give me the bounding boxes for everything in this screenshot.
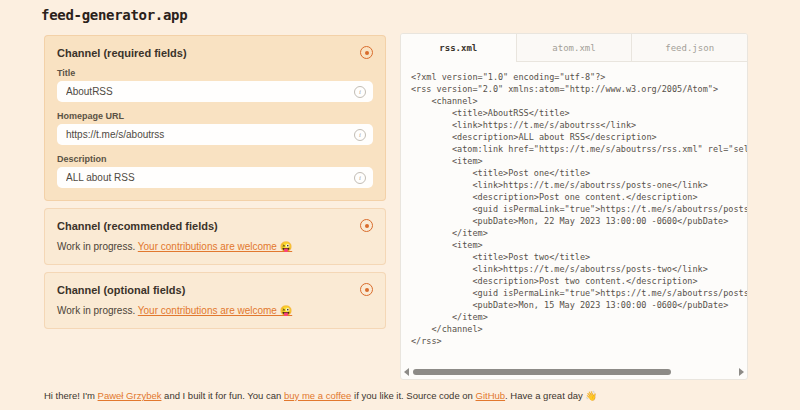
info-icon[interactable]: i	[354, 86, 366, 98]
output-tabs: rss.xml atom.xml feed.json	[401, 34, 747, 62]
footer-text: . Have a great day 👋	[505, 390, 597, 401]
info-icon[interactable]: i	[354, 129, 366, 141]
description-label: Description	[57, 154, 373, 164]
accordion-recommended: Channel (recommended fields) Work in pro…	[44, 208, 386, 265]
accordion-optional-heading: Channel (optional fields)	[57, 284, 185, 296]
scrollbar-thumb[interactable]	[413, 369, 671, 375]
work-in-progress-text: Work in progress. Your contributions are…	[57, 241, 373, 252]
feed-output-panel: rss.xml atom.xml feed.json <?xml version…	[400, 33, 748, 380]
github-link[interactable]: GitHub	[476, 390, 506, 401]
scroll-right-arrow-icon[interactable]	[739, 368, 744, 376]
accordion-toggle-icon[interactable]	[360, 283, 373, 296]
info-icon[interactable]: i	[354, 172, 366, 184]
accordion-required: Channel (required fields) Title i Homepa…	[44, 35, 386, 201]
code-viewer[interactable]: <?xml version="1.0" encoding="utf-8"?> <…	[401, 62, 747, 366]
tab-atom-xml[interactable]: atom.xml	[517, 34, 632, 62]
form-column: Channel (required fields) Title i Homepa…	[44, 35, 386, 336]
wip-text: Work in progress.	[57, 241, 138, 252]
rss-xml-code: <?xml version="1.0" encoding="utf-8"?> <…	[411, 71, 743, 347]
homepage-url-label: Homepage URL	[57, 111, 373, 121]
scrollbar-track[interactable]	[413, 369, 735, 375]
accordion-toggle-icon[interactable]	[360, 219, 373, 232]
accordion-toggle-icon[interactable]	[360, 46, 373, 59]
accordion-optional: Channel (optional fields) Work in progre…	[44, 272, 386, 329]
horizontal-scrollbar[interactable]	[401, 366, 747, 379]
footer-text: and I built it for fun. You can	[161, 390, 284, 401]
footer: Hi there! I'm Paweł Grzybek and I built …	[44, 390, 784, 401]
contributions-link[interactable]: Your contributions are welcome 😜	[138, 241, 292, 252]
wip-text: Work in progress.	[57, 305, 138, 316]
title-input[interactable]	[57, 81, 373, 102]
accordion-recommended-heading: Channel (recommended fields)	[57, 220, 218, 232]
accordion-required-header[interactable]: Channel (required fields)	[57, 46, 373, 59]
accordion-recommended-header[interactable]: Channel (recommended fields)	[57, 219, 373, 232]
tab-feed-json[interactable]: feed.json	[631, 34, 747, 62]
page-title: feed-generator.app	[41, 7, 187, 23]
footer-text: if you like it. Source code on	[351, 390, 475, 401]
buy-me-a-coffee-link[interactable]: buy me a coffee	[284, 390, 351, 401]
work-in-progress-text: Work in progress. Your contributions are…	[57, 305, 373, 316]
accordion-required-heading: Channel (required fields)	[57, 47, 187, 59]
title-label: Title	[57, 68, 373, 78]
accordion-optional-header[interactable]: Channel (optional fields)	[57, 283, 373, 296]
homepage-url-input[interactable]	[57, 124, 373, 145]
author-link[interactable]: Paweł Grzybek	[98, 390, 162, 401]
description-input[interactable]	[57, 167, 373, 188]
tab-rss-xml[interactable]: rss.xml	[401, 34, 517, 62]
contributions-link[interactable]: Your contributions are welcome 😜	[138, 305, 292, 316]
scroll-left-arrow-icon[interactable]	[404, 368, 409, 376]
footer-text: Hi there! I'm	[44, 390, 98, 401]
